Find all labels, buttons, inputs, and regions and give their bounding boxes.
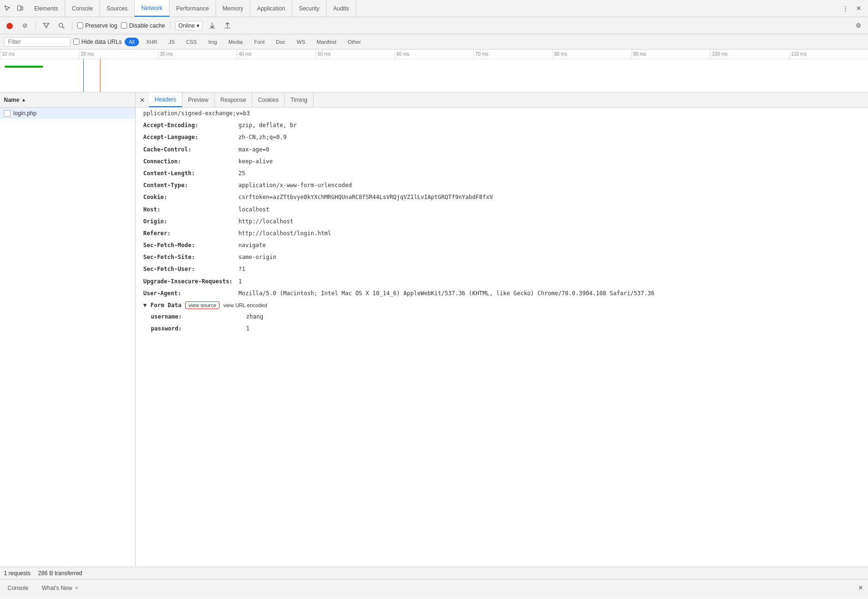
tick-40ms: 40 ms [237,50,316,59]
header-value-accept-language: zh-CN,zh;q=0.9 [238,133,860,142]
search-icon[interactable] [56,20,67,31]
filter-chip-img[interactable]: Img [204,38,221,46]
tab-performance[interactable]: Performance [169,0,216,17]
right-panel-tab-bar: ✕ Headers Preview Response Cookies Timin… [136,92,868,108]
settings-icon[interactable]: ⚙ [853,20,864,31]
timeline-ruler: 10 ms 20 ms 30 ms 40 ms 50 ms 60 ms 70 m… [0,50,868,59]
header-name-accept-encoding: Accept-Encoding: [143,121,238,130]
hide-data-urls-checkbox[interactable] [73,39,79,45]
name-column-label: Name [4,97,20,103]
header-name-sec-fetch-site: Sec-Fetch-Site: [143,253,238,262]
preserve-log-checkbox[interactable] [77,22,83,29]
tab-audits[interactable]: Audits [326,0,356,17]
header-row-accept-language: Accept-Language: zh-CN,zh;q=0.9 [136,131,868,143]
header-name-content-type: Content-Type: [143,181,238,190]
left-panel-header: Name ▲ [0,92,135,108]
online-dropdown[interactable]: Online ▾ [175,21,203,30]
filter-chip-xhr[interactable]: XHR [142,38,161,46]
left-panel: Name ▲ login.php [0,92,136,567]
filter-chip-css[interactable]: CSS [182,38,201,46]
tab-memory[interactable]: Memory [216,0,250,17]
filter-icon[interactable] [40,20,52,31]
header-row-referer: Referer: http://localhost/login.html [136,228,868,240]
tick-50ms: 50 ms [316,50,395,59]
filter-chip-all[interactable]: All [125,38,139,46]
header-row-cache-control: Cache-Control: max-age=0 [136,144,868,156]
view-url-encoded-button[interactable]: view URL encoded [223,302,267,308]
header-row-sec-fetch-mode: Sec-Fetch-Mode: navigate [136,240,868,251]
form-data-section: ▼ Form Data view source view URL encoded… [136,300,868,337]
view-source-button[interactable]: view source [185,301,219,309]
tab-console[interactable]: Console [65,0,100,17]
tab-elements[interactable]: Elements [28,0,65,17]
header-value-host: localhost [238,205,860,214]
header-name-cookie: Cookie: [143,193,238,202]
panel-tab-response[interactable]: Response [215,92,252,107]
header-value-sec-fetch-site: same-origin [238,253,860,262]
header-name-referer: Referer: [143,229,238,238]
filter-chip-js[interactable]: JS [164,38,179,46]
filter-chip-manifest[interactable]: Manifest [312,38,341,46]
svg-rect-0 [18,6,21,10]
tab-sources[interactable]: Sources [100,0,135,17]
export-icon[interactable] [222,20,233,31]
close-panel-button[interactable]: ✕ [138,95,147,105]
preserve-log-label[interactable]: Preserve log [77,22,117,29]
bottom-tab-console[interactable]: Console [2,579,34,596]
tick-90ms: 90 ms [631,50,710,59]
header-name-user-agent: User-Agent: [143,289,238,298]
panel-tab-headers[interactable]: Headers [149,92,182,107]
file-name-login: login.php [13,110,37,117]
tick-20ms: 20 ms [79,50,158,59]
bottom-tab-whats-new[interactable]: What's New × [36,579,84,596]
filter-chip-doc[interactable]: Doc [272,38,290,46]
headers-content[interactable]: pplication/signed-exchange;v=b3 Accept-E… [136,108,868,567]
disable-cache-checkbox[interactable] [121,22,127,29]
panel-tab-cookies[interactable]: Cookies [252,92,285,107]
svg-line-3 [62,27,64,29]
disable-cache-label[interactable]: Disable cache [121,22,165,29]
tick-80ms: 80 ms [552,50,631,59]
header-row-user-agent: User-Agent: Mozilla/5.0 (Macintosh; Inte… [136,288,868,300]
bottom-bar: Console What's New × ✕ [0,579,868,596]
requests-count: 1 requests [4,570,30,577]
main-split: Name ▲ login.php ✕ Headers Preview Respo… [0,92,868,567]
import-icon[interactable] [207,20,218,31]
svg-rect-1 [21,7,23,10]
tick-10ms: 10 ms [0,50,79,59]
hide-data-urls-label[interactable]: Hide data URLs [73,39,122,45]
close-devtools-icon[interactable]: ✕ [853,3,864,14]
file-row-login[interactable]: login.php [0,108,135,119]
bottom-tab-close-icon[interactable]: × [75,585,79,591]
clear-icon[interactable]: ⊘ [19,20,30,31]
device-icon[interactable] [14,3,26,14]
filter-chip-font[interactable]: Font [250,38,269,46]
bottom-close-icon[interactable]: ✕ [855,582,866,594]
filter-input[interactable] [4,37,70,47]
record-icon[interactable]: ⬤ [4,20,15,31]
panel-tab-preview[interactable]: Preview [182,92,215,107]
header-value-connection: keep-alive [238,157,860,166]
header-value-accept-encoding: gzip, deflate, br [238,121,860,130]
online-label: Online [178,22,195,29]
tab-security[interactable]: Security [292,0,326,17]
tab-network[interactable]: Network [135,0,169,17]
more-options-icon[interactable]: ⋮ [839,3,851,14]
header-name-content-length: Content-Length: [143,169,238,178]
form-data-password-row: password: 1 [143,323,860,335]
form-data-label: Form Data [150,302,181,309]
header-value-content-type: application/x-www-form-urlencoded [238,181,860,190]
sort-arrow-icon: ▲ [21,97,26,102]
header-row-upgrade-insecure: Upgrade-Insecure-Requests: 1 [136,276,868,288]
filter-chip-other[interactable]: Other [344,38,365,46]
header-row-accept-encoding: Accept-Encoding: gzip, deflate, br [136,120,868,131]
filter-chip-ws[interactable]: WS [293,38,310,46]
form-data-password-label: password: [151,324,246,333]
panel-tab-timing[interactable]: Timing [285,92,314,107]
filter-chip-media[interactable]: Media [224,38,247,46]
tab-bar-right-icons: ⋮ ✕ [836,0,868,17]
header-name-sec-fetch-mode: Sec-Fetch-Mode: [143,241,238,250]
inspect-icon[interactable] [2,3,13,14]
tab-application[interactable]: Application [250,0,292,17]
network-toolbar: ⬤ ⊘ Preserve log Disable cache Online ▾ … [0,17,868,34]
